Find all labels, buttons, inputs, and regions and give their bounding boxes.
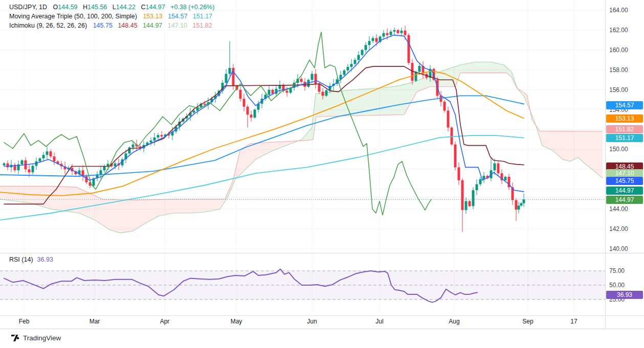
senkou-a-badge: 147.10 bbox=[606, 169, 643, 177]
rsi-title: RSI (14) bbox=[9, 256, 33, 263]
indicator-legend: USD/JPY, 1D O144.59 H145.56 L144.22 C144… bbox=[9, 3, 218, 31]
ma100-badge: 154.57 bbox=[606, 101, 643, 109]
ma50-value: 153.13 bbox=[143, 13, 162, 20]
chikou-badge: 144.97 bbox=[606, 196, 643, 204]
chart-canvas[interactable] bbox=[0, 0, 644, 348]
grid-lines bbox=[0, 0, 605, 313]
tenkan-badge: 145.75 bbox=[606, 177, 643, 185]
price-axis-label: 156.00 bbox=[609, 86, 628, 94]
ohlc-close: C144.97 bbox=[141, 4, 165, 11]
time-axis-label: Apr bbox=[160, 318, 170, 325]
ma100-value: 154.57 bbox=[168, 13, 187, 20]
price-axis-label: 162.00 bbox=[609, 27, 628, 34]
time-axis-label: Jun bbox=[307, 318, 317, 325]
tenkan-line bbox=[4, 35, 524, 192]
time-axis-label: 17 bbox=[570, 318, 577, 325]
senkou-b-value: 151.82 bbox=[193, 22, 212, 29]
time-axis-label: May bbox=[231, 318, 242, 325]
ichimoku-cloud bbox=[0, 62, 603, 233]
time-axis-label: Feb bbox=[19, 318, 30, 325]
chikou-value: 144.97 bbox=[143, 22, 162, 29]
tenkan-value: 145.75 bbox=[93, 22, 113, 29]
rsi-axis-label: 75.00 bbox=[609, 267, 625, 274]
ma-title: Moving Average Triple (50, 100, 200, Sim… bbox=[9, 13, 137, 20]
legend-symbol-row[interactable]: USD/JPY, 1D O144.59 H145.56 L144.22 C144… bbox=[9, 3, 218, 12]
price-axis-label: 160.00 bbox=[609, 47, 628, 54]
legend-ma-row[interactable]: Moving Average Triple (50, 100, 200, Sim… bbox=[9, 12, 218, 21]
kijun-value: 148.45 bbox=[118, 22, 137, 29]
ohlc-high: H145.56 bbox=[83, 4, 107, 11]
legend-rsi-row[interactable]: RSI (14)36.93 bbox=[9, 256, 53, 263]
ohlc-low: L144.22 bbox=[113, 4, 136, 11]
price-axis-label: 140.00 bbox=[609, 245, 628, 252]
tradingview-chart-window: USD/JPY, 1D O144.59 H145.56 L144.22 C144… bbox=[0, 0, 644, 348]
tradingview-logo[interactable]: TradingView bbox=[11, 334, 61, 342]
time-axis-label: Aug bbox=[449, 318, 459, 325]
price-axis-label: 164.00 bbox=[609, 7, 628, 14]
symbol-title: USD/JPY, 1D bbox=[9, 4, 47, 11]
ma200-value: 151.17 bbox=[193, 13, 212, 20]
time-axis-label: Jul bbox=[375, 318, 383, 325]
rsi-axis-label: 50.00 bbox=[609, 282, 625, 289]
price-change: +0.38 (+0.26%) bbox=[170, 4, 214, 11]
rsi-badge: 36.93 bbox=[606, 291, 643, 299]
price-axis-label: 144.00 bbox=[609, 205, 628, 213]
rsi-value: 36.93 bbox=[37, 256, 53, 263]
legend-ichimoku-row[interactable]: Ichimoku (9, 26, 52, 26, 26) 145.75 148.… bbox=[9, 21, 218, 30]
ichimoku-title: Ichimoku (9, 26, 52, 26, 26) bbox=[9, 22, 87, 29]
price-axis-label: 150.00 bbox=[609, 146, 628, 153]
time-axis-label: Sep bbox=[522, 318, 533, 325]
senkou-a-value: 147.10 bbox=[168, 22, 187, 29]
senkou-b-badge: 151.82 bbox=[606, 125, 643, 133]
time-axis-label: Mar bbox=[90, 318, 100, 325]
price-axis-label: 158.00 bbox=[609, 66, 628, 74]
tradingview-mark-icon bbox=[11, 334, 20, 342]
ma50-badge: 153.13 bbox=[606, 114, 643, 123]
last-price-badge: 144.97 bbox=[606, 187, 643, 195]
price-axis-label: 142.00 bbox=[609, 225, 628, 233]
ohlc-open: O144.59 bbox=[53, 4, 78, 11]
ma200-badge: 151.17 bbox=[606, 134, 643, 142]
